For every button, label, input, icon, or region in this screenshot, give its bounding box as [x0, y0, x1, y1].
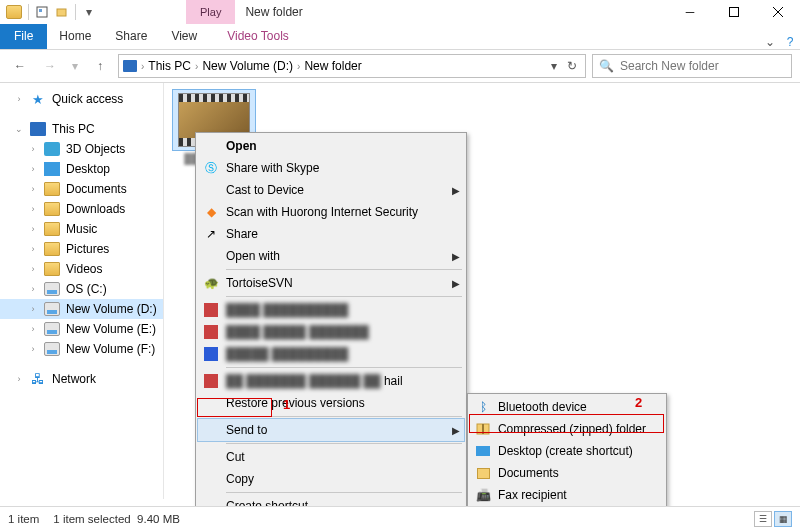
sidebar-item-network[interactable]: ›🖧Network — [0, 369, 163, 389]
maximize-button[interactable] — [712, 0, 756, 24]
ctx-open-with[interactable]: Open with▶ — [198, 245, 464, 267]
ctx-blurred-4[interactable]: ██ ███████ ██████ ██ hail — [198, 370, 464, 392]
drive-icon — [44, 322, 60, 336]
sidebar-item-volume-f[interactable]: ›New Volume (F:) — [0, 339, 163, 359]
ctx-open[interactable]: Open — [198, 135, 464, 157]
crumb-volume-d[interactable]: New Volume (D:)› — [202, 59, 300, 73]
sidebar-item-volume-d[interactable]: ›New Volume (D:) — [0, 299, 163, 319]
ctx-share[interactable]: ↗Share — [198, 223, 464, 245]
svg-rect-1 — [39, 9, 42, 12]
objects-icon — [44, 142, 60, 156]
sidebar-item-videos[interactable]: ›Videos — [0, 259, 163, 279]
ribbon: File Home Share View Video Tools ⌄ ? — [0, 24, 800, 50]
svg-rect-2 — [57, 9, 66, 16]
crumb-new-folder[interactable]: New folder — [304, 59, 361, 73]
search-placeholder: Search New folder — [620, 59, 719, 73]
sidebar-item-this-pc[interactable]: ⌄This PC — [0, 119, 163, 139]
status-bar: 1 item 1 item selected 9.40 MB ☰ ▦ — [0, 506, 800, 530]
fax-icon: 📠 — [475, 487, 491, 503]
tab-share[interactable]: Share — [103, 23, 159, 49]
tab-home[interactable]: Home — [47, 23, 103, 49]
skype-icon: Ⓢ — [203, 160, 219, 176]
refresh-icon[interactable]: ↻ — [563, 59, 581, 73]
search-input[interactable]: 🔍 Search New folder — [592, 54, 792, 78]
qat-dropdown-icon[interactable]: ▾ — [82, 5, 96, 19]
sendto-documents[interactable]: Documents — [470, 462, 664, 484]
desktop-icon — [44, 162, 60, 176]
sidebar-item-documents[interactable]: ›Documents — [0, 179, 163, 199]
star-icon: ★ — [30, 92, 46, 106]
view-details-button[interactable]: ☰ — [754, 511, 772, 527]
folder-icon — [44, 262, 60, 276]
drive-icon — [44, 302, 60, 316]
ctx-blurred-2[interactable]: ████ █████ ███████ — [198, 321, 464, 343]
sidebar-item-quick-access[interactable]: ›★Quick access — [0, 89, 163, 109]
ctx-share-skype[interactable]: ⓈShare with Skype — [198, 157, 464, 179]
ribbon-expand-icon[interactable]: ⌄ — [760, 35, 780, 49]
close-button[interactable] — [756, 0, 800, 24]
help-icon[interactable]: ? — [780, 35, 800, 49]
ctx-tortoise[interactable]: 🐢TortoiseSVN▶ — [198, 272, 464, 294]
folder-icon — [44, 222, 60, 236]
tab-view[interactable]: View — [159, 23, 209, 49]
title-bar: ▾ Play New folder ─ — [0, 0, 800, 24]
annotation-label-1: 1 — [283, 397, 290, 412]
pc-icon — [30, 122, 46, 136]
bluetooth-icon: ᛒ — [475, 399, 491, 415]
status-count: 1 item — [8, 513, 39, 525]
folder-icon — [44, 182, 60, 196]
ctx-send-to[interactable]: Send to▶ — [198, 419, 464, 441]
shield-icon: ◆ — [203, 204, 219, 220]
folder-icon — [6, 5, 22, 19]
drive-icon — [44, 282, 60, 296]
sidebar-item-os-c[interactable]: ›OS (C:) — [0, 279, 163, 299]
annotation-label-2: 2 — [635, 395, 642, 410]
ctx-copy[interactable]: Copy — [198, 468, 464, 490]
sidebar-item-downloads[interactable]: ›Downloads — [0, 199, 163, 219]
context-menu: Open ⓈShare with Skype Cast to Device▶ ◆… — [195, 132, 467, 530]
sidebar-item-music[interactable]: ›Music — [0, 219, 163, 239]
sendto-fax[interactable]: 📠Fax recipient — [470, 484, 664, 506]
folder-icon — [44, 242, 60, 256]
ctx-cut[interactable]: Cut — [198, 446, 464, 468]
pc-icon — [123, 60, 137, 72]
navigation-pane: ›★Quick access ⌄This PC ›3D Objects ›Des… — [0, 83, 164, 499]
ctx-blurred-1[interactable]: ████ ██████████ — [198, 299, 464, 321]
sidebar-item-pictures[interactable]: ›Pictures — [0, 239, 163, 259]
window-title: New folder — [245, 5, 302, 19]
up-button[interactable]: ↑ — [88, 54, 112, 78]
ctx-blurred-3[interactable]: █████ █████████ — [198, 343, 464, 365]
status-selected: 1 item selected 9.40 MB — [53, 513, 180, 525]
back-button[interactable]: ← — [8, 54, 32, 78]
drive-icon — [44, 342, 60, 356]
properties-icon[interactable] — [35, 5, 49, 19]
forward-button[interactable]: → — [38, 54, 62, 78]
search-icon: 🔍 — [599, 59, 614, 73]
network-icon: 🖧 — [30, 372, 46, 386]
annotation-box-1 — [197, 398, 272, 417]
tab-video-tools[interactable]: Video Tools — [215, 23, 301, 49]
tortoise-icon: 🐢 — [203, 275, 219, 291]
address-row: ← → ▾ ↑ › This PC› New Volume (D:)› New … — [0, 50, 800, 82]
sendto-desktop[interactable]: Desktop (create shortcut) — [470, 440, 664, 462]
crumb-this-pc[interactable]: This PC› — [148, 59, 198, 73]
dropdown-icon[interactable]: ▾ — [547, 59, 561, 73]
address-bar[interactable]: › This PC› New Volume (D:)› New folder ▾… — [118, 54, 586, 78]
documents-icon — [477, 468, 490, 479]
folder-icon — [44, 202, 60, 216]
minimize-button[interactable]: ─ — [668, 0, 712, 24]
recent-dropdown[interactable]: ▾ — [68, 54, 82, 78]
sidebar-item-3d-objects[interactable]: ›3D Objects — [0, 139, 163, 159]
new-folder-icon[interactable] — [55, 5, 69, 19]
svg-rect-3 — [730, 8, 739, 17]
ctx-cast[interactable]: Cast to Device▶ — [198, 179, 464, 201]
file-tab[interactable]: File — [0, 23, 47, 49]
share-icon: ↗ — [203, 226, 219, 242]
view-large-icons-button[interactable]: ▦ — [774, 511, 792, 527]
desktop-icon — [476, 446, 490, 456]
annotation-box-2 — [469, 414, 664, 433]
sidebar-item-desktop[interactable]: ›Desktop — [0, 159, 163, 179]
ctx-huorong[interactable]: ◆Scan with Huorong Internet Security — [198, 201, 464, 223]
contextual-tab-play[interactable]: Play — [186, 0, 235, 24]
sidebar-item-volume-e[interactable]: ›New Volume (E:) — [0, 319, 163, 339]
